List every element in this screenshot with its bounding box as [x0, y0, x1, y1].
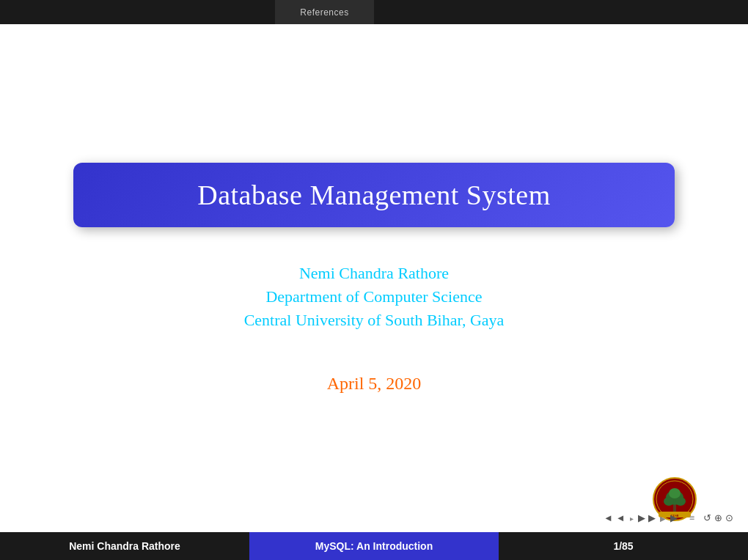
- author-department: Department of Computer Science: [244, 287, 505, 306]
- top-navigation-bar: References: [0, 0, 748, 24]
- bottom-page-number: 1/85: [613, 540, 633, 552]
- nav-prev-arrow[interactable]: ◄: [616, 512, 626, 524]
- bottom-bar: Nemi Chandra Rathore MySQL: An Introduct…: [0, 532, 748, 560]
- bottom-page-section: 1/85: [499, 532, 748, 560]
- bottom-author-section: Nemi Chandra Rathore: [0, 532, 249, 560]
- slide-title: Database Management System: [197, 180, 551, 210]
- nav-sep1: ▸: [630, 515, 634, 523]
- nav-align: ≡: [689, 512, 694, 524]
- bottom-presentation-title: MySQL: An Introduction: [315, 540, 433, 552]
- references-label: References: [300, 7, 348, 18]
- svg-point-5: [675, 497, 686, 506]
- slide-area: Database Management System Nemi Chandra …: [0, 24, 748, 532]
- author-name: Nemi Chandra Rathore: [244, 264, 505, 283]
- author-university: Central University of South Bihar, Gaya: [244, 311, 505, 330]
- nav-sep2: ▶: [660, 515, 666, 523]
- nav-zoom-out[interactable]: ⊙: [725, 512, 733, 524]
- bottom-title-section: MySQL: An Introduction: [249, 532, 499, 560]
- title-box: Database Management System: [73, 163, 675, 227]
- svg-point-6: [669, 488, 681, 498]
- references-tab[interactable]: References: [275, 0, 374, 24]
- nav-next-arrow[interactable]: ▶: [638, 512, 645, 524]
- nav-end-arrow[interactable]: ▶: [670, 512, 678, 524]
- nav-first-arrow[interactable]: ◄: [604, 512, 613, 524]
- presentation-date: April 5, 2020: [327, 374, 422, 393]
- date-section: April 5, 2020: [327, 374, 422, 394]
- nav-refresh[interactable]: ↺: [703, 512, 711, 524]
- top-bar-left: [0, 0, 275, 24]
- top-bar-right: [374, 0, 748, 24]
- bottom-author-name: Nemi Chandra Rathore: [69, 540, 180, 552]
- author-section: Nemi Chandra Rathore Department of Compu…: [244, 264, 505, 330]
- nav-zoom-in[interactable]: ⊕: [714, 512, 722, 524]
- nav-last-arrow[interactable]: ▶: [648, 512, 656, 524]
- nav-controls[interactable]: ◄ ◄ ▸ ▶ ▶ ▶ ▶ ≡ ↺ ⊕ ⊙: [604, 512, 733, 525]
- svg-point-4: [664, 497, 674, 506]
